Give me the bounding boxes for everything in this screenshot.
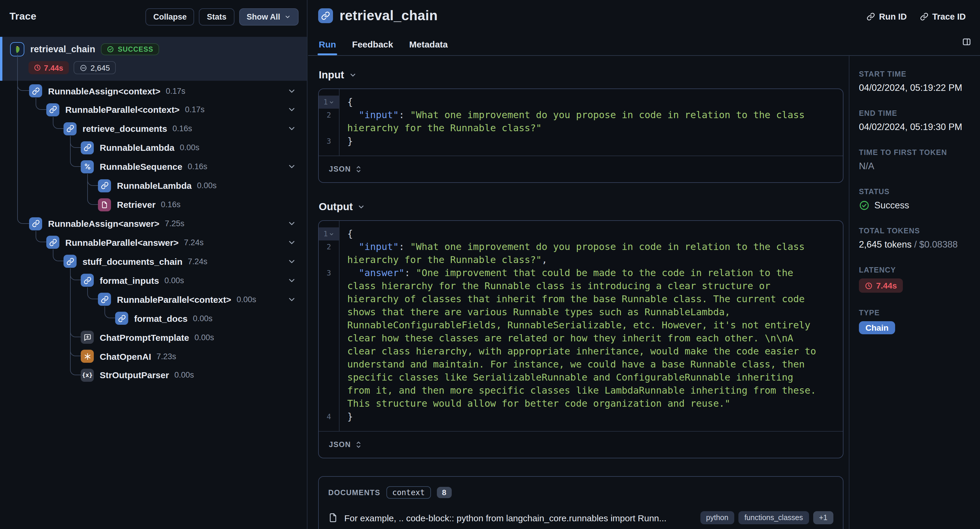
trace-tree-item-runnableassign-context-[interactable]: RunnableAssign<context>0.17s <box>0 83 307 99</box>
output-format-selector[interactable]: JSON <box>319 431 843 458</box>
status-value: Success <box>859 200 975 211</box>
document-text: For example, .. code-block:: python from… <box>344 513 694 523</box>
document-row[interactable]: For example, .. code-block:: python from… <box>328 511 834 524</box>
chain-icon <box>318 8 333 23</box>
trace-root-item[interactable]: retrieval_chain SUCCESS 7.44s 2,645 <box>0 37 307 81</box>
tree-item-label: retrieve_documents <box>83 124 167 134</box>
start-time-label: START TIME <box>859 70 975 78</box>
tree-item-duration: 0.17s <box>185 105 205 114</box>
sort-arrows-icon <box>355 441 363 449</box>
end-time-value: 04/02/2024, 05:19:30 PM <box>859 122 975 132</box>
chevron-down-icon[interactable] <box>287 238 296 247</box>
code-line: 1{ <box>319 96 843 108</box>
run-tabs: Run Feedback Metadata <box>319 39 448 55</box>
tree-item-duration: 7.24s <box>188 257 207 266</box>
line-number-gutter: 4 <box>319 410 339 423</box>
tree-item-duration: 7.23s <box>156 352 176 361</box>
chevron-down-icon[interactable] <box>287 276 296 285</box>
output-heading: Output <box>319 201 353 213</box>
end-time-label: END TIME <box>859 109 975 118</box>
line-number-gutter[interactable]: 1 <box>319 96 339 108</box>
show-all-dropdown[interactable]: Show All <box>239 8 299 25</box>
documents-count-badge: 8 <box>437 487 452 498</box>
root-run-name: retrieval_chain <box>30 44 95 55</box>
trace-tree-item-format-inputs[interactable]: format_inputs0.00s <box>0 272 307 288</box>
tab-feedback[interactable]: Feedback <box>352 39 393 55</box>
input-section-header[interactable]: Input <box>319 69 843 81</box>
trace-panel-title: Trace <box>10 11 37 22</box>
document-more-tags-badge[interactable]: +1 <box>813 511 834 524</box>
trace-tree-item-format-docs[interactable]: format_docs0.00s <box>0 310 307 326</box>
type-value-badge: Chain <box>859 321 895 334</box>
clock-icon <box>34 64 41 71</box>
trace-tree-item-chatprompttemplate[interactable]: ChatPromptTemplate0.00s <box>0 329 307 345</box>
code-text: "input": "What one improvement do you pr… <box>339 241 843 266</box>
tree-item-duration: 7.24s <box>184 238 204 247</box>
check-circle-icon <box>107 46 114 53</box>
format-label: JSON <box>329 441 351 449</box>
trace-tree-item-runnablelambda[interactable]: RunnableLambda0.00s <box>0 140 307 156</box>
trace-tree-item-runnablesequence[interactable]: RunnableSequence0.16s <box>0 159 307 175</box>
chevron-down-icon[interactable] <box>287 105 296 114</box>
fold-caret-icon[interactable] <box>329 231 334 237</box>
code-line: 1{ <box>319 227 843 241</box>
trace-tree-item-retrieve-documents[interactable]: retrieve_documents0.16s <box>0 121 307 137</box>
input-format-selector[interactable]: JSON <box>319 156 843 182</box>
tree-connector <box>17 55 29 223</box>
trace-tree-item-runnableparallel-context-[interactable]: RunnableParallel<context>0.00s <box>0 291 307 307</box>
trace-tree-item-stuff-documents-chain[interactable]: stuff_documents_chain7.24s <box>0 253 307 269</box>
tree-item-duration: 0.00s <box>194 333 214 342</box>
output-parser-icon: {x} <box>81 369 94 382</box>
output-section-header[interactable]: Output <box>319 201 843 213</box>
page-title: retrieval_chain <box>339 8 438 24</box>
chevron-down-icon[interactable] <box>287 257 296 266</box>
run-header: retrieval_chain Run ID Trace ID Run Feed… <box>308 0 980 56</box>
documents-key-badge: context <box>387 486 431 499</box>
trace-tree-item-runnableassign-answer-[interactable]: RunnableAssign<answer>7.25s <box>0 215 307 231</box>
trace-tree-item-stroutputparser[interactable]: {x}StrOutputParser0.00s <box>0 367 307 383</box>
trace-tree-item-runnablelambda[interactable]: RunnableLambda0.00s <box>0 177 307 194</box>
tab-run[interactable]: Run <box>319 39 336 55</box>
chain-icon <box>46 236 59 249</box>
langchain-parrot-icon <box>10 42 24 56</box>
document-tag: functions_classes <box>738 511 809 524</box>
run-details-sidebar: START TIME 04/02/2024, 05:19:22 PM END T… <box>849 56 980 529</box>
toggle-panel-icon[interactable] <box>962 37 972 47</box>
collapse-button[interactable]: Collapse <box>145 8 194 25</box>
chevron-down-icon[interactable] <box>287 295 296 304</box>
line-number-gutter[interactable]: 1 <box>319 227 339 241</box>
code-text: { <box>339 227 843 241</box>
tree-connector <box>70 269 81 375</box>
stats-button[interactable]: Stats <box>199 8 234 25</box>
tree-item-duration: 0.16s <box>161 200 180 209</box>
tokens-cost: / $0.08388 <box>912 239 958 249</box>
documents-label: DOCUMENTS <box>328 488 380 497</box>
chevron-down-icon[interactable] <box>287 86 296 95</box>
code-text: } <box>339 135 843 148</box>
tree-item-duration: 0.00s <box>197 181 216 190</box>
tree-item-label: RunnableParallel<answer> <box>65 237 179 248</box>
tab-metadata[interactable]: Metadata <box>409 39 448 55</box>
tree-item-label: ChatOpenAI <box>100 351 151 361</box>
tree-item-label: RunnableParallel<context> <box>65 105 180 115</box>
trace-tree-item-retriever[interactable]: Retriever0.16s <box>0 196 307 212</box>
run-id-button[interactable]: Run ID <box>867 12 907 21</box>
trace-tree-item-runnableparallel-context-[interactable]: RunnableParallel<context>0.17s <box>0 102 307 118</box>
trace-id-button[interactable]: Trace ID <box>920 12 966 21</box>
fold-caret-icon[interactable] <box>329 99 334 105</box>
chevron-down-icon[interactable] <box>287 162 296 171</box>
trace-tree-item-runnableparallel-answer-[interactable]: RunnableParallel<answer>7.24s <box>0 234 307 250</box>
chevron-down-icon[interactable] <box>287 124 296 133</box>
trace-tree-item-chatopenai[interactable]: ChatOpenAI7.23s <box>0 348 307 364</box>
total-tokens-value: 2,645 tokens / $0.08388 <box>859 239 975 250</box>
line-number-gutter: 3 <box>319 135 339 148</box>
code-text: "answer": "One improvement that could be… <box>339 266 843 410</box>
ttft-value: N/A <box>859 161 975 172</box>
chain-icon <box>115 312 128 325</box>
tree-item-label: RunnableAssign<answer> <box>48 218 159 229</box>
latency-value-badge: 7.44s <box>859 279 903 293</box>
tree-item-label: RunnableSequence <box>100 161 182 172</box>
chevron-down-icon[interactable] <box>287 219 296 228</box>
tree-item-label: stuff_documents_chain <box>83 257 183 266</box>
tree-item-label: StrOutputParser <box>100 370 169 380</box>
